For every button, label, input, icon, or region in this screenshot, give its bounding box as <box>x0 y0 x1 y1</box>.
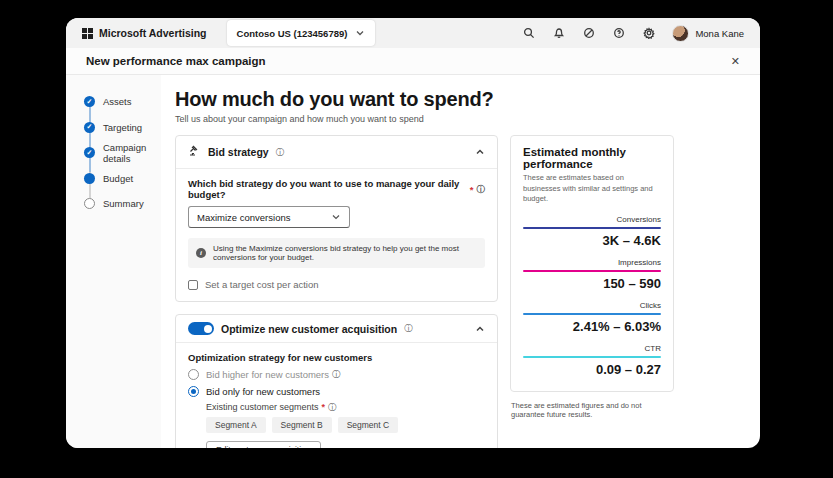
estimates-footnote: These are estimated figures and do not g… <box>510 401 674 419</box>
radio-bid-only[interactable]: Bid only for new customers <box>188 386 485 397</box>
info-icon[interactable]: ⓘ <box>332 370 341 379</box>
step-current-icon <box>84 173 95 184</box>
step-upcoming-icon <box>84 198 95 209</box>
metric-underline <box>523 356 661 358</box>
main-content: How much do you want to spend? Tell us a… <box>161 75 760 448</box>
segment-chip[interactable]: Segment C <box>338 417 399 433</box>
target-cpa-checkbox[interactable]: Set a target cost per action <box>188 279 485 290</box>
radio-icon <box>188 369 199 380</box>
info-icon[interactable]: ⓘ <box>328 403 337 412</box>
segment-chip[interactable]: Segment B <box>272 417 332 433</box>
customer-acquisition-card: Optimize new customer acquisition ⓘ Opti… <box>175 314 498 448</box>
step-complete-icon: ✓ <box>84 96 95 107</box>
bid-strategy-header: Bid strategy ⓘ <box>176 136 497 169</box>
bid-strategy-card: Bid strategy ⓘ Which bid strategy do you… <box>175 135 498 302</box>
info-filled-icon: i <box>196 248 206 258</box>
estimate-ctr: CTR 0.09 – 0.27 <box>523 344 661 377</box>
metric-underline <box>523 270 661 272</box>
search-icon[interactable] <box>522 27 535 40</box>
dialog-title: New performance max campaign <box>86 55 266 67</box>
brand-name: Microsoft Advertising <box>99 27 207 39</box>
notifications-icon[interactable] <box>552 27 565 40</box>
chevron-down-icon <box>331 212 341 222</box>
step-targeting[interactable]: ✓ Targeting <box>84 115 161 141</box>
edit-customer-acquisition-button[interactable]: Edit customer acquisition <box>206 441 321 448</box>
required-marker: * <box>322 402 326 412</box>
chevron-down-icon <box>355 24 365 42</box>
top-app-bar: Microsoft Advertising Contoso US (123456… <box>66 18 760 48</box>
required-marker: * <box>470 184 474 195</box>
app-window: Microsoft Advertising Contoso US (123456… <box>66 18 760 448</box>
bid-strategy-question: Which bid strategy do you want to use to… <box>188 178 485 200</box>
step-summary[interactable]: Summary <box>84 191 161 217</box>
step-complete-icon: ✓ <box>84 147 95 158</box>
topbar-actions: Mona Kane <box>522 25 744 42</box>
brand: Microsoft Advertising <box>82 27 207 39</box>
page-title: How much do you want to spend? <box>175 88 760 111</box>
account-picker-label: Contoso US (123456789) <box>237 28 348 39</box>
metric-underline <box>523 313 661 315</box>
metric-underline <box>523 227 661 229</box>
acquisition-toggle[interactable] <box>188 322 214 335</box>
customer-acquisition-header: Optimize new customer acquisition ⓘ <box>176 315 497 343</box>
collapse-icon[interactable] <box>475 147 485 157</box>
estimated-performance-panel: Estimated monthly performance These are … <box>510 135 674 392</box>
segment-chip[interactable]: Segment A <box>206 417 266 433</box>
microsoft-logo-icon <box>82 28 93 39</box>
desktop-background: Microsoft Advertising Contoso US (123456… <box>0 0 833 478</box>
info-icon[interactable]: ⓘ <box>276 148 285 157</box>
help-icon[interactable] <box>612 27 625 40</box>
user-menu[interactable]: Mona Kane <box>672 25 744 42</box>
estimate-impressions: Impressions 150 – 590 <box>523 258 661 291</box>
segments-label: Existing customer segments * ⓘ <box>206 402 485 412</box>
estimates-subtitle: These are estimates based on businesses … <box>523 173 661 205</box>
bid-strategy-dropdown[interactable]: Maximize conversions <box>188 206 350 228</box>
diagnostics-icon[interactable] <box>582 27 595 40</box>
estimate-clicks: Clicks 2.41% – 6.03% <box>523 301 661 334</box>
segment-chips: Segment A Segment B Segment C <box>206 417 485 433</box>
radio-selected-icon <box>188 386 199 397</box>
bid-strategy-title: Bid strategy <box>208 146 269 158</box>
info-icon[interactable]: ⓘ <box>404 324 413 333</box>
estimate-conversions: Conversions 3K – 4.6K <box>523 215 661 248</box>
avatar <box>672 25 689 42</box>
dialog-header: New performance max campaign ✕ <box>66 48 760 75</box>
gavel-icon <box>188 143 201 161</box>
step-budget[interactable]: Budget <box>84 166 161 192</box>
wizard-stepper: ✓ Assets ✓ Targeting ✓ Campaign details … <box>66 75 161 448</box>
info-icon[interactable]: ⓘ <box>477 185 486 194</box>
settings-icon[interactable] <box>642 27 655 40</box>
page-subtitle: Tell us about your campaign and how much… <box>175 114 760 124</box>
estimates-title: Estimated monthly performance <box>523 146 661 170</box>
step-complete-icon: ✓ <box>84 122 95 133</box>
close-icon[interactable]: ✕ <box>731 56 740 67</box>
radio-bid-higher[interactable]: Bid higher for new customers ⓘ <box>188 369 485 380</box>
step-campaign-details[interactable]: ✓ Campaign details <box>84 140 161 166</box>
account-picker[interactable]: Contoso US (123456789) <box>227 20 376 46</box>
checkbox-icon <box>188 280 198 290</box>
bid-strategy-info-bar: i Using the Maximize conversions bid str… <box>188 238 485 268</box>
step-assets[interactable]: ✓ Assets <box>84 89 161 115</box>
optimization-group-label: Optimization strategy for new customers <box>188 352 485 363</box>
collapse-icon[interactable] <box>475 324 485 334</box>
user-name: Mona Kane <box>695 28 744 39</box>
